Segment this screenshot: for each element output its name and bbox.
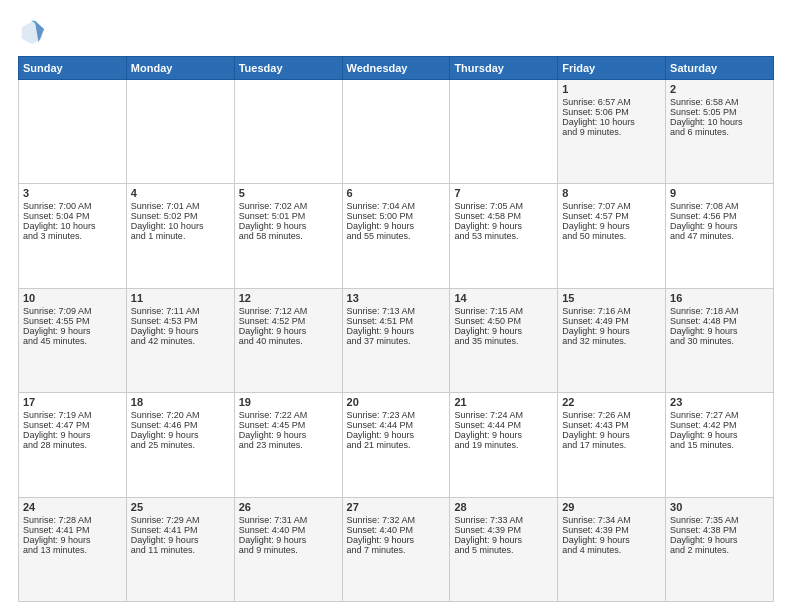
day-info-line: Daylight: 9 hours [562, 326, 661, 336]
day-info-line: Daylight: 9 hours [454, 221, 553, 231]
day-info-line: and 32 minutes. [562, 336, 661, 346]
week-row-2: 10Sunrise: 7:09 AMSunset: 4:55 PMDayligh… [19, 288, 774, 392]
day-info-line: Sunrise: 7:15 AM [454, 306, 553, 316]
day-info-line: Sunrise: 7:23 AM [347, 410, 446, 420]
day-info-line: Sunrise: 7:29 AM [131, 515, 230, 525]
day-info-line: Sunrise: 7:07 AM [562, 201, 661, 211]
day-number: 28 [454, 501, 553, 513]
cell-2-5: 15Sunrise: 7:16 AMSunset: 4:49 PMDayligh… [558, 288, 666, 392]
header [18, 18, 774, 46]
day-number: 11 [131, 292, 230, 304]
week-row-0: 1Sunrise: 6:57 AMSunset: 5:06 PMDaylight… [19, 80, 774, 184]
cell-1-0: 3Sunrise: 7:00 AMSunset: 5:04 PMDaylight… [19, 184, 127, 288]
cell-0-6: 2Sunrise: 6:58 AMSunset: 5:05 PMDaylight… [666, 80, 774, 184]
day-info-line: Daylight: 9 hours [23, 430, 122, 440]
day-info-line: Sunrise: 7:11 AM [131, 306, 230, 316]
day-info-line: Daylight: 9 hours [562, 221, 661, 231]
day-info-line: and 4 minutes. [562, 545, 661, 555]
day-info-line: Sunrise: 7:20 AM [131, 410, 230, 420]
day-info-line: Sunset: 5:06 PM [562, 107, 661, 117]
day-info-line: Daylight: 9 hours [239, 326, 338, 336]
week-row-4: 24Sunrise: 7:28 AMSunset: 4:41 PMDayligh… [19, 497, 774, 601]
day-info-line: and 3 minutes. [23, 231, 122, 241]
day-info-line: Sunrise: 7:01 AM [131, 201, 230, 211]
day-info-line: Sunset: 4:56 PM [670, 211, 769, 221]
day-info-line: Daylight: 10 hours [23, 221, 122, 231]
day-info-line: and 19 minutes. [454, 440, 553, 450]
day-number: 23 [670, 396, 769, 408]
day-info-line: Daylight: 9 hours [23, 535, 122, 545]
cell-0-4 [450, 80, 558, 184]
day-info-line: and 17 minutes. [562, 440, 661, 450]
day-info-line: Sunrise: 6:57 AM [562, 97, 661, 107]
day-number: 14 [454, 292, 553, 304]
day-info-line: and 9 minutes. [239, 545, 338, 555]
cell-2-0: 10Sunrise: 7:09 AMSunset: 4:55 PMDayligh… [19, 288, 127, 392]
day-info-line: Sunrise: 6:58 AM [670, 97, 769, 107]
day-info-line: Sunrise: 7:13 AM [347, 306, 446, 316]
day-info-line: and 55 minutes. [347, 231, 446, 241]
cell-4-0: 24Sunrise: 7:28 AMSunset: 4:41 PMDayligh… [19, 497, 127, 601]
day-info-line: Sunset: 5:02 PM [131, 211, 230, 221]
day-info-line: Daylight: 9 hours [670, 326, 769, 336]
cell-4-4: 28Sunrise: 7:33 AMSunset: 4:39 PMDayligh… [450, 497, 558, 601]
day-info-line: Sunrise: 7:32 AM [347, 515, 446, 525]
day-info-line: Sunset: 5:04 PM [23, 211, 122, 221]
weekday-row: SundayMondayTuesdayWednesdayThursdayFrid… [19, 57, 774, 80]
day-info-line: Daylight: 9 hours [23, 326, 122, 336]
cell-3-2: 19Sunrise: 7:22 AMSunset: 4:45 PMDayligh… [234, 393, 342, 497]
day-number: 13 [347, 292, 446, 304]
day-info-line: Daylight: 10 hours [131, 221, 230, 231]
cell-1-2: 5Sunrise: 7:02 AMSunset: 5:01 PMDaylight… [234, 184, 342, 288]
day-info-line: Sunset: 4:45 PM [239, 420, 338, 430]
day-info-line: and 40 minutes. [239, 336, 338, 346]
day-info-line: and 47 minutes. [670, 231, 769, 241]
cell-3-3: 20Sunrise: 7:23 AMSunset: 4:44 PMDayligh… [342, 393, 450, 497]
day-number: 1 [562, 83, 661, 95]
day-number: 10 [23, 292, 122, 304]
day-info-line: Sunrise: 7:02 AM [239, 201, 338, 211]
day-info-line: and 50 minutes. [562, 231, 661, 241]
day-number: 3 [23, 187, 122, 199]
day-info-line: Daylight: 9 hours [562, 430, 661, 440]
day-info-line: Sunset: 4:39 PM [454, 525, 553, 535]
calendar: SundayMondayTuesdayWednesdayThursdayFrid… [18, 56, 774, 602]
day-info-line: Sunset: 4:38 PM [670, 525, 769, 535]
day-info-line: and 11 minutes. [131, 545, 230, 555]
cell-0-0 [19, 80, 127, 184]
day-info-line: Sunset: 4:40 PM [239, 525, 338, 535]
day-info-line: Sunset: 4:43 PM [562, 420, 661, 430]
day-info-line: and 13 minutes. [23, 545, 122, 555]
day-info-line: and 35 minutes. [454, 336, 553, 346]
day-info-line: and 28 minutes. [23, 440, 122, 450]
cell-1-4: 7Sunrise: 7:05 AMSunset: 4:58 PMDaylight… [450, 184, 558, 288]
day-info-line: Sunrise: 7:22 AM [239, 410, 338, 420]
day-number: 21 [454, 396, 553, 408]
day-number: 20 [347, 396, 446, 408]
cell-0-1 [126, 80, 234, 184]
day-number: 17 [23, 396, 122, 408]
day-info-line: and 37 minutes. [347, 336, 446, 346]
day-info-line: and 30 minutes. [670, 336, 769, 346]
day-number: 29 [562, 501, 661, 513]
day-info-line: Sunset: 4:55 PM [23, 316, 122, 326]
cell-3-5: 22Sunrise: 7:26 AMSunset: 4:43 PMDayligh… [558, 393, 666, 497]
day-info-line: Daylight: 9 hours [347, 430, 446, 440]
day-info-line: Sunset: 4:58 PM [454, 211, 553, 221]
day-info-line: Daylight: 9 hours [347, 326, 446, 336]
day-info-line: and 42 minutes. [131, 336, 230, 346]
day-number: 4 [131, 187, 230, 199]
day-info-line: Sunrise: 7:33 AM [454, 515, 553, 525]
day-number: 15 [562, 292, 661, 304]
calendar-table: SundayMondayTuesdayWednesdayThursdayFrid… [18, 56, 774, 602]
day-info-line: Sunrise: 7:08 AM [670, 201, 769, 211]
day-info-line: and 15 minutes. [670, 440, 769, 450]
day-info-line: Daylight: 9 hours [131, 535, 230, 545]
day-info-line: Sunset: 5:00 PM [347, 211, 446, 221]
day-info-line: Daylight: 9 hours [347, 221, 446, 231]
day-info-line: Sunrise: 7:19 AM [23, 410, 122, 420]
day-info-line: and 6 minutes. [670, 127, 769, 137]
day-info-line: Daylight: 10 hours [562, 117, 661, 127]
cell-3-0: 17Sunrise: 7:19 AMSunset: 4:47 PMDayligh… [19, 393, 127, 497]
day-info-line: Daylight: 9 hours [670, 535, 769, 545]
